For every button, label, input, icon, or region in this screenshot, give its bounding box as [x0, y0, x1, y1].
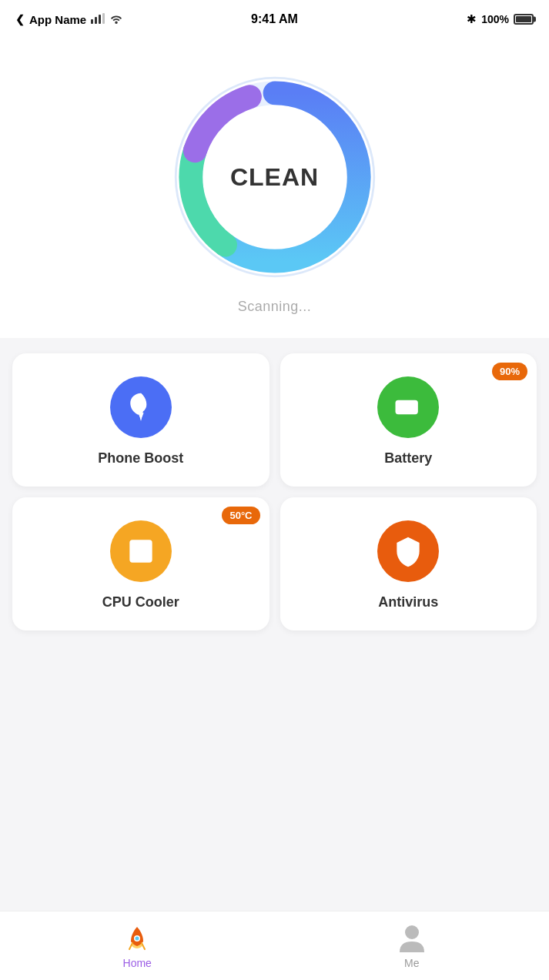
svg-rect-2 [99, 15, 101, 24]
me-nav-label: Me [404, 957, 419, 969]
signal-icon [91, 13, 105, 26]
battery-feature-icon [391, 390, 425, 424]
battery-badge: 90% [492, 363, 527, 380]
battery-icon-bg [377, 376, 439, 438]
phone-boost-card[interactable]: Phone Boost [12, 353, 269, 487]
me-nav-icon [397, 923, 427, 954]
home-nav-label: Home [123, 957, 152, 969]
donut-chart[interactable]: CLEAN [167, 69, 383, 285]
cpu-icon-bg [110, 520, 172, 582]
battery-icon [514, 14, 534, 25]
scanning-text: Scanning... [238, 299, 312, 315]
svg-rect-12 [135, 546, 146, 557]
app-name-label: App Name [29, 13, 86, 26]
feature-grid: Phone Boost 90% Battery 50°C [0, 353, 549, 630]
svg-rect-3 [102, 13, 105, 24]
donut-center-label: CLEAN [230, 163, 319, 192]
antivirus-card[interactable]: Antivirus [280, 497, 537, 630]
cpu-badge: 50°C [222, 507, 259, 524]
antivirus-icon-bg [377, 520, 439, 582]
status-bar: ❮ App Name 9:41 AM ✱ 100% [0, 0, 549, 38]
battery-card[interactable]: 90% Battery [280, 353, 537, 487]
status-left: ❮ App Name [15, 13, 123, 26]
cpu-cooler-label: CPU Cooler [102, 594, 179, 610]
status-right: ✱ 100% [467, 12, 534, 26]
clean-label: CLEAN [230, 163, 319, 191]
phone-boost-icon-bg [110, 376, 172, 438]
svg-rect-1 [95, 17, 97, 24]
antivirus-label: Antivirus [378, 594, 438, 610]
battery-percent: 100% [481, 13, 509, 25]
svg-point-16 [405, 925, 419, 939]
bottom-nav: Home Me [0, 911, 549, 980]
nav-me[interactable]: Me [373, 917, 450, 975]
bluetooth-icon: ✱ [467, 12, 477, 26]
home-nav-icon [122, 923, 152, 954]
shield-icon [391, 534, 425, 568]
cpu-cooler-card[interactable]: 50°C CPU Cooler [12, 497, 269, 630]
chevron-icon: ❮ [15, 13, 25, 25]
main-content: CLEAN Scanning... Phone Boost 90% [0, 38, 549, 707]
wifi-icon [109, 13, 123, 26]
cpu-icon [124, 534, 158, 568]
person-icon [398, 923, 426, 954]
svg-point-9 [137, 400, 144, 406]
chart-section: CLEAN Scanning... [0, 38, 549, 338]
phone-boost-label: Phone Boost [98, 450, 183, 467]
status-time: 9:41 AM [251, 12, 298, 26]
svg-rect-0 [91, 19, 93, 24]
nav-home[interactable]: Home [99, 917, 176, 975]
svg-point-15 [136, 936, 139, 940]
home-rocket-icon [122, 923, 152, 954]
battery-label: Battery [384, 450, 432, 467]
rocket-icon [124, 390, 158, 424]
